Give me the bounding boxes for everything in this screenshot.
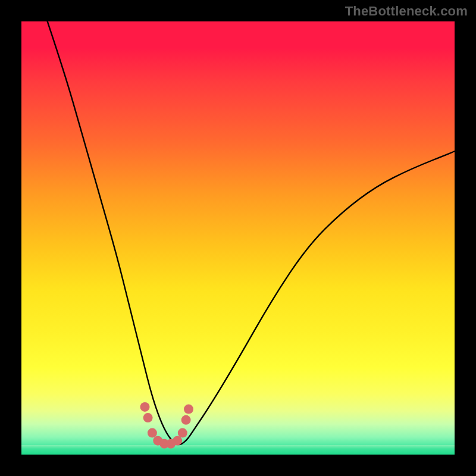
bottleneck-curve-svg — [21, 21, 455, 455]
optimal-marker — [184, 405, 193, 414]
chart-frame: TheBottleneck.com — [0, 0, 476, 476]
optimal-marker — [181, 415, 191, 425]
optimal-marker — [178, 428, 187, 438]
optimal-marker — [148, 428, 157, 438]
plot-area — [21, 21, 455, 455]
watermark-text: TheBottleneck.com — [345, 4, 468, 19]
optimal-marker — [140, 402, 150, 412]
optimal-marker — [173, 436, 182, 446]
bottleneck-curve — [48, 21, 455, 444]
optimal-marker — [143, 413, 153, 422]
